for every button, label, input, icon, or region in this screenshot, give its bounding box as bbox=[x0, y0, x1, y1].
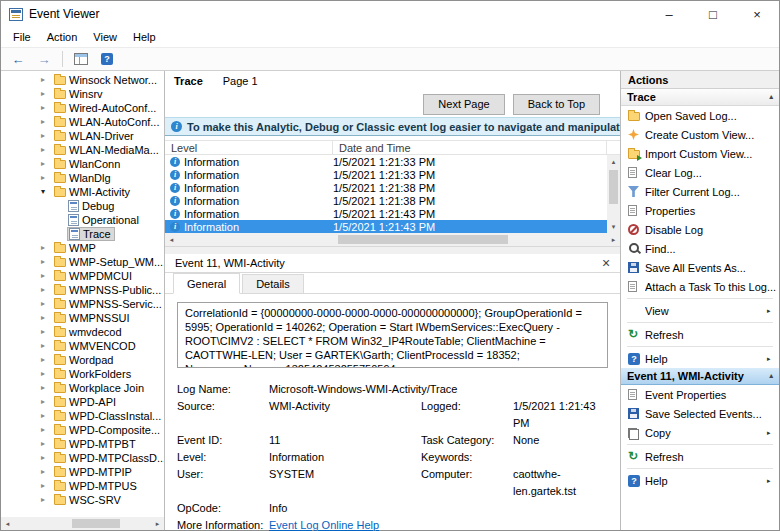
collapse-icon[interactable] bbox=[769, 93, 773, 101]
menu-file[interactable]: File bbox=[5, 27, 39, 47]
tree-item[interactable]: WPD-MTPUS bbox=[1, 479, 164, 493]
help-button[interactable] bbox=[96, 49, 118, 69]
tree-item[interactable]: WMP bbox=[1, 241, 164, 255]
console-tree-button[interactable] bbox=[70, 49, 92, 69]
chevron-right-icon[interactable] bbox=[41, 143, 53, 157]
scrollbar-track[interactable] bbox=[607, 168, 620, 220]
minimize-button[interactable]: – bbox=[647, 1, 691, 27]
chevron-right-icon[interactable] bbox=[41, 255, 53, 269]
chevron-right-icon[interactable] bbox=[41, 395, 53, 409]
chevron-down-icon[interactable] bbox=[41, 185, 53, 199]
tree-item[interactable]: WLAN-Driver bbox=[1, 129, 164, 143]
chevron-right-icon[interactable] bbox=[41, 283, 53, 297]
tree-item[interactable]: Winsrv bbox=[1, 87, 164, 101]
tree-item-trace[interactable]: Trace bbox=[1, 227, 164, 241]
action-find[interactable]: Find... bbox=[621, 239, 779, 258]
tree-item[interactable]: Workplace Join bbox=[1, 381, 164, 395]
chevron-right-icon[interactable] bbox=[41, 437, 53, 451]
event-list-vertical-scrollbar[interactable] bbox=[607, 155, 620, 233]
close-button[interactable]: × bbox=[735, 1, 779, 27]
action-event-properties[interactable]: Event Properties bbox=[621, 385, 779, 404]
tree-item[interactable]: WMPDMCUI bbox=[1, 269, 164, 283]
event-row-selected[interactable]: Information1/5/2021 1:21:43 PM bbox=[165, 220, 607, 233]
tree-item[interactable]: WLAN-MediaMa... bbox=[1, 143, 164, 157]
menu-action[interactable]: Action bbox=[39, 27, 86, 47]
action-disable-log[interactable]: Disable Log bbox=[621, 220, 779, 239]
scrollbar-track[interactable] bbox=[14, 517, 151, 530]
action-help[interactable]: Help bbox=[621, 349, 779, 368]
tree-item[interactable]: WPD-MTPClassD... bbox=[1, 451, 164, 465]
action-open-saved-log[interactable]: Open Saved Log... bbox=[621, 106, 779, 125]
scroll-right-button[interactable] bbox=[607, 233, 620, 246]
chevron-right-icon[interactable] bbox=[41, 493, 53, 507]
scroll-left-button[interactable] bbox=[1, 517, 14, 530]
event-row[interactable]: Information1/5/2021 1:21:33 PM bbox=[165, 168, 607, 181]
tree-item-operational[interactable]: Operational bbox=[1, 213, 164, 227]
action-filter-current-log[interactable]: Filter Current Log... bbox=[621, 182, 779, 201]
action-attach-task[interactable]: Attach a Task To this Log... bbox=[621, 277, 779, 296]
event-row[interactable]: Information1/5/2021 1:21:43 PM bbox=[165, 207, 607, 220]
scrollbar-thumb[interactable] bbox=[72, 519, 120, 528]
chevron-right-icon[interactable] bbox=[41, 73, 53, 87]
scroll-right-button[interactable] bbox=[151, 517, 164, 530]
chevron-right-icon[interactable] bbox=[41, 171, 53, 185]
event-row[interactable]: Information1/5/2021 1:21:33 PM bbox=[165, 155, 607, 168]
next-page-button[interactable]: Next Page bbox=[423, 94, 504, 115]
tree-item[interactable]: WPD-MTPIP bbox=[1, 465, 164, 479]
event-log-online-help-link[interactable]: Event Log Online Help bbox=[269, 519, 379, 531]
action-refresh[interactable]: Refresh bbox=[621, 325, 779, 344]
tree-item[interactable]: WPD-Composite... bbox=[1, 423, 164, 437]
scroll-up-button[interactable] bbox=[607, 155, 620, 168]
scrollbar-track[interactable] bbox=[178, 233, 607, 246]
chevron-right-icon[interactable] bbox=[41, 325, 53, 339]
tree-item[interactable]: WorkFolders bbox=[1, 367, 164, 381]
action-save-all-events-as[interactable]: Save All Events As... bbox=[621, 258, 779, 277]
tree-item[interactable]: WMVENCOD bbox=[1, 339, 164, 353]
action-import-custom-view[interactable]: Import Custom View... bbox=[621, 144, 779, 163]
tree-item[interactable]: WMP-Setup_WM... bbox=[1, 255, 164, 269]
actions-section-event[interactable]: Event 11, WMI-Activity bbox=[621, 368, 779, 385]
menu-help[interactable]: Help bbox=[125, 27, 164, 47]
event-description[interactable]: CorrelationId = {00000000-0000-0000-0000… bbox=[177, 302, 608, 368]
close-icon[interactable] bbox=[598, 255, 614, 271]
chevron-right-icon[interactable] bbox=[41, 87, 53, 101]
scroll-down-button[interactable] bbox=[607, 220, 620, 233]
action-refresh-event[interactable]: Refresh bbox=[621, 447, 779, 466]
chevron-right-icon[interactable] bbox=[41, 241, 53, 255]
chevron-right-icon[interactable] bbox=[41, 465, 53, 479]
tree-item[interactable]: Wordpad bbox=[1, 353, 164, 367]
tree-item[interactable]: Winsock Networ... bbox=[1, 73, 164, 87]
tree-item[interactable]: WlanConn bbox=[1, 157, 164, 171]
collapse-icon[interactable] bbox=[769, 372, 773, 380]
chevron-right-icon[interactable] bbox=[41, 101, 53, 115]
chevron-right-icon[interactable] bbox=[41, 311, 53, 325]
chevron-right-icon[interactable] bbox=[41, 297, 53, 311]
tree-item[interactable]: WPD-ClassInstal... bbox=[1, 409, 164, 423]
chevron-right-icon[interactable] bbox=[41, 451, 53, 465]
maximize-button[interactable]: □ bbox=[691, 1, 735, 27]
chevron-right-icon[interactable] bbox=[41, 339, 53, 353]
action-properties[interactable]: Properties bbox=[621, 201, 779, 220]
event-row[interactable]: Information1/5/2021 1:21:38 PM bbox=[165, 181, 607, 194]
scroll-left-button[interactable] bbox=[165, 233, 178, 246]
chevron-right-icon[interactable] bbox=[41, 409, 53, 423]
forward-button[interactable] bbox=[33, 49, 55, 69]
action-create-custom-view[interactable]: Create Custom View... bbox=[621, 125, 779, 144]
actions-section-trace[interactable]: Trace bbox=[621, 89, 779, 106]
tree-horizontal-scrollbar[interactable] bbox=[1, 517, 164, 530]
tree-item[interactable]: WMPNSSUI bbox=[1, 311, 164, 325]
action-view[interactable]: View bbox=[621, 301, 779, 320]
column-header-level[interactable]: Level bbox=[165, 141, 333, 154]
tree-item[interactable]: WPD-MTPBT bbox=[1, 437, 164, 451]
chevron-right-icon[interactable] bbox=[41, 367, 53, 381]
event-list-horizontal-scrollbar[interactable] bbox=[165, 233, 620, 246]
tree-item[interactable]: WMPNSS-Public... bbox=[1, 283, 164, 297]
chevron-right-icon[interactable] bbox=[41, 129, 53, 143]
column-header-date[interactable]: Date and Time bbox=[333, 141, 607, 154]
chevron-right-icon[interactable] bbox=[41, 381, 53, 395]
event-row[interactable]: Information1/5/2021 1:21:38 PM bbox=[165, 194, 607, 207]
menu-view[interactable]: View bbox=[85, 27, 125, 47]
tab-general[interactable]: General bbox=[173, 273, 240, 294]
scrollbar-thumb[interactable] bbox=[609, 170, 618, 204]
tree-item[interactable]: WLAN-AutoConf... bbox=[1, 115, 164, 129]
